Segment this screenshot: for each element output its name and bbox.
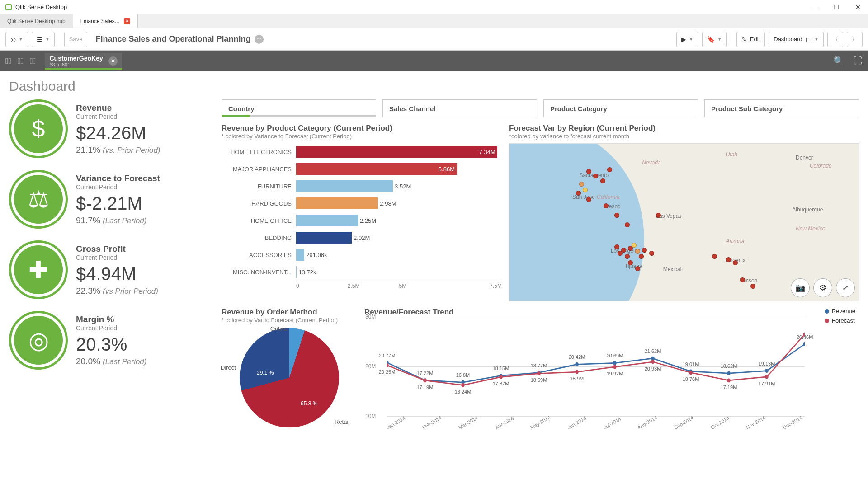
bar-chart[interactable]: Revenue by Product Category (Current Per… [222, 124, 502, 301]
bar-chart-subtitle: * colored by Variance to Forecast (Curre… [222, 133, 502, 140]
bar-row[interactable]: HOME OFFICE 2.25M [222, 212, 502, 229]
bookmark-button[interactable]: 🔖▼ [702, 32, 727, 47]
window-controls: — ❐ ✕ [810, 4, 863, 11]
trend-legend: Revenue Forecast [825, 308, 855, 327]
bar-row[interactable]: HOME ELECTRONICS 7.34M [222, 143, 502, 160]
selection-count: 68 of 601 [49, 62, 103, 67]
toolbar: ◎▼ ☰▼ Save Finance Sales and Operational… [0, 28, 868, 51]
svg-point-10 [765, 369, 768, 373]
svg-point-15 [499, 375, 502, 379]
pie-title: Revenue by Order Method [222, 308, 357, 317]
selection-chip[interactable]: CustomerGeoKey 68 of 601 ✕ [45, 53, 122, 70]
selection-bar: ↶⃞ ↷⃞ ⌫⃞ CustomerGeoKey 68 of 601 ✕ 🔍 ⛶ [0, 51, 868, 71]
sheet-title: Finance Sales and Operational Planning⋯ [95, 34, 263, 44]
filter-country[interactable]: Country [222, 99, 376, 117]
sheet-selector[interactable]: Dashboard ▥▼ [769, 32, 824, 47]
svg-point-17 [575, 370, 578, 374]
filter-product category[interactable]: Product Category [543, 99, 698, 117]
svg-point-6 [613, 361, 616, 365]
bar-value: 291.06k [306, 252, 327, 258]
kpi-name: Variance to Forecast [76, 174, 160, 183]
bar-label: FURNITURE [222, 183, 296, 190]
prev-sheet-button[interactable]: 〈 [827, 32, 843, 47]
kpi-name: Margin % [76, 314, 146, 324]
status-badge-icon: ⋯ [255, 35, 264, 44]
maximize-button[interactable]: ❐ [832, 4, 841, 11]
save-button[interactable]: Save [64, 32, 88, 47]
fullscreen-button[interactable]: ⤢ [836, 278, 855, 297]
kpi-icon: ✚ [9, 240, 68, 299]
svg-point-7 [651, 357, 654, 361]
bar-value: 7.34M [479, 149, 495, 155]
kpi-value: 20.3% [76, 334, 146, 355]
minimize-button[interactable]: — [810, 4, 819, 11]
kpi-icon: ◎ [9, 311, 68, 370]
kpi-name: Revenue [76, 103, 160, 113]
bar-chart-title: Revenue by Product Category (Current Per… [222, 124, 502, 133]
list-icon: ☰ [37, 36, 42, 43]
compass-icon: ◎ [10, 36, 16, 43]
app-title: Qlik Sense Desktop [15, 4, 67, 10]
next-sheet-button[interactable]: 〉 [847, 32, 863, 47]
svg-point-5 [575, 362, 578, 366]
filter-sales channel[interactable]: Sales Channel [382, 99, 537, 117]
sheet-icon: ▥ [806, 36, 811, 43]
bar-row[interactable]: ACCESSORIES 291.06k [222, 246, 502, 263]
kpi-2[interactable]: ✚ Gross Profit Current Period $4.94M 22.… [9, 240, 212, 299]
bar-row[interactable]: MISC. NON-INVENT... 13.72k [222, 263, 502, 281]
kpi-change: 91.7% (Last Period) [76, 216, 160, 225]
close-button[interactable]: ✕ [854, 4, 863, 11]
kpi-panel: $ Revenue Current Period $24.26M 21.1% (… [9, 99, 212, 432]
tab-close-icon[interactable]: ✕ [124, 18, 130, 24]
kpi-icon: ⚖ [9, 170, 68, 229]
chevron-right-icon: 〉 [852, 35, 858, 43]
map-subtitle: *colored by variance to forecast current… [509, 133, 859, 140]
trend-title: Revenue/Forecast Trend [364, 308, 859, 317]
bar-row[interactable]: BEDDING 2.02M [222, 229, 502, 246]
kpi-icon: $ [9, 99, 68, 158]
play-icon: ▶ [681, 36, 686, 43]
bar-label: MAJOR APPLIANCES [222, 166, 296, 173]
kpi-name: Gross Profit [76, 244, 158, 254]
selection-nav: ↶⃞ ↷⃞ ⌫⃞ [5, 56, 36, 66]
search-button[interactable]: 🔍 [833, 56, 844, 66]
selection-clear-icon[interactable]: ✕ [108, 56, 118, 66]
kpi-value: $24.26M [76, 123, 160, 143]
clear-all-button[interactable]: ⌫⃞ [30, 56, 36, 66]
map-settings-button[interactable]: ⚙ [813, 278, 832, 297]
kpi-sub: Current Period [76, 254, 158, 261]
tab-hub[interactable]: Qlik Sense Desktop hub [0, 14, 73, 28]
bar-row[interactable]: FURNITURE 3.52M [222, 178, 502, 195]
kpi-3[interactable]: ◎ Margin % Current Period 20.3% 20.0% (L… [9, 311, 212, 370]
app-icon [5, 4, 12, 10]
pie-chart[interactable]: Revenue by Order Method * colored by Var… [222, 308, 357, 432]
filter-row: CountrySales ChannelProduct CategoryProd… [222, 99, 859, 117]
bar-label: HOME ELECTRONICS [222, 149, 296, 155]
svg-point-21 [727, 379, 730, 383]
list-menu-button[interactable]: ☰▼ [32, 32, 55, 47]
map-title: Forecast Var by Region (Current Period) [509, 124, 859, 133]
tab-finance-sales[interactable]: Finance Sales... ✕ [73, 14, 138, 28]
kpi-value: $-2.21M [76, 193, 160, 214]
bar-value: 13.72k [298, 269, 316, 276]
step-forward-button[interactable]: ↷⃞ [18, 56, 24, 66]
edit-button[interactable]: ✎ Edit [736, 32, 765, 47]
filter-product sub category[interactable]: Product Sub Category [704, 99, 859, 117]
map[interactable]: Utah Nevada California Colorado Arizona … [509, 143, 859, 301]
step-back-button[interactable]: ↶⃞ [5, 56, 11, 66]
trend-chart[interactable]: Revenue/Forecast Trend Revenue Forecast … [364, 308, 859, 432]
svg-point-20 [689, 371, 692, 375]
page-title: Dashboard [9, 79, 859, 94]
snapshot-button[interactable]: 📷 [791, 278, 810, 297]
nav-menu-button[interactable]: ◎▼ [5, 32, 28, 47]
map-ocean [509, 143, 667, 301]
kpi-1[interactable]: ⚖ Variance to Forecast Current Period $-… [9, 170, 212, 229]
bar-row[interactable]: HARD GOODS 2.98M [222, 195, 502, 212]
bar-row[interactable]: MAJOR APPLIANCES 5.86M [222, 160, 502, 178]
selections-tool-button[interactable]: ⛶ [854, 56, 863, 66]
kpi-change: 22.3% (vs Prior Period) [76, 286, 158, 296]
svg-point-9 [727, 371, 730, 375]
story-button[interactable]: ▶▼ [676, 32, 698, 47]
kpi-0[interactable]: $ Revenue Current Period $24.26M 21.1% (… [9, 99, 212, 158]
selection-field: CustomerGeoKey [49, 55, 103, 62]
